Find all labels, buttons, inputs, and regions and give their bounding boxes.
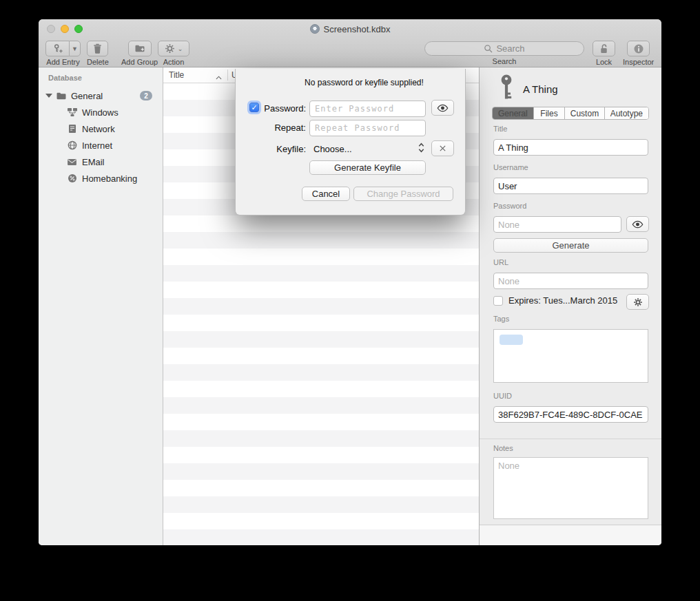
disclosure-triangle-icon[interactable] [45, 94, 52, 98]
expires-label: Expires: Tues...March 2015 [508, 295, 617, 306]
title-input[interactable] [493, 139, 648, 156]
tab-custom[interactable]: Custom [565, 107, 604, 119]
trash-icon [93, 43, 102, 54]
tags-field[interactable] [493, 329, 648, 383]
chevron-down-icon: ▼ [72, 45, 78, 52]
separator [480, 439, 661, 439]
username-input[interactable] [493, 178, 648, 194]
info-icon [633, 43, 644, 54]
search-placeholder: Search [496, 43, 524, 54]
url-label: URL [493, 258, 508, 266]
titlebar[interactable]: Screenshot.kdbx [39, 19, 661, 39]
tag-token[interactable] [500, 335, 523, 345]
inspector-tabs: General Files Custom Autotype [492, 107, 649, 120]
clear-keyfile-button[interactable] [431, 140, 454, 156]
url-input[interactable] [493, 273, 648, 289]
window-title: Screenshot.kdbx [324, 24, 391, 34]
username-label: Username [493, 163, 528, 171]
sidebar-item-internet[interactable]: Internet [39, 137, 163, 154]
cancel-button[interactable]: Cancel [302, 187, 350, 201]
search-label: Search [424, 57, 584, 65]
server-icon [66, 124, 78, 134]
dialog-repeat-input[interactable] [309, 120, 426, 136]
tab-general[interactable]: General [493, 107, 534, 119]
search-field[interactable]: Search [424, 41, 584, 56]
expires-settings-button[interactable] [626, 294, 649, 310]
lock-group: Lock [593, 41, 615, 66]
change-password-button[interactable]: Change Password [353, 187, 453, 201]
inspector-toggle-group: Inspector [623, 41, 654, 66]
sidebar-item-windows[interactable]: Windows [39, 104, 163, 120]
window-title-area: Screenshot.kdbx [39, 19, 661, 39]
inspector-footer [480, 525, 661, 545]
show-password-button[interactable] [626, 216, 649, 232]
sort-ascending-icon [216, 72, 222, 82]
entry-header: A Thing [500, 74, 558, 103]
sidebar-item-label: Internet [82, 140, 112, 151]
delete-label: Delete [87, 58, 109, 66]
uuid-input[interactable] [493, 406, 648, 423]
lock-label: Lock [593, 58, 615, 66]
action-group: ⌄ Action [158, 41, 189, 66]
add-entry-dropdown[interactable]: ▼ [69, 41, 81, 56]
expires-row: Expires: Tues...March 2015 [493, 295, 617, 306]
sidebar-section-header: Database [48, 74, 82, 82]
notes-label: Notes [493, 444, 513, 452]
generate-password-button[interactable]: Generate [493, 238, 648, 253]
action-label: Action [158, 58, 189, 66]
keyfile-popup[interactable]: Choose... [313, 144, 352, 154]
search-icon [484, 44, 493, 53]
inspector-panel: A Thing General Files Custom Autotype Ti… [479, 67, 661, 545]
sidebar-item-label: Windows [82, 107, 119, 118]
sidebar-item-label: Homebanking [82, 173, 137, 184]
window-chrome: Screenshot.kdbx ▼ Add Entry [39, 19, 661, 67]
add-entry-group: ▼ Add Entry [45, 41, 81, 66]
sidebar-item-general[interactable]: General 2 [39, 87, 163, 104]
gear-icon [165, 43, 175, 54]
dialog-password-input[interactable] [309, 101, 426, 117]
desktop-background: Screenshot.kdbx ▼ Add Entry [0, 0, 700, 601]
sidebar-item-label: Network [82, 124, 115, 134]
add-entry-label: Add Entry [45, 58, 81, 66]
tags-label: Tags [493, 315, 509, 323]
dialog-show-password-button[interactable] [431, 100, 454, 116]
dialog-warning-message: No password or keyfile supplied! [263, 78, 465, 87]
inspector-label: Inspector [623, 58, 654, 66]
lock-button[interactable] [593, 41, 615, 56]
tab-autotype[interactable]: Autotype [605, 107, 648, 119]
key-icon [500, 74, 514, 103]
uuid-label: UUID [493, 392, 512, 400]
generate-keyfile-button[interactable]: Generate Keyfile [309, 160, 426, 175]
stepper-icon[interactable] [418, 143, 424, 156]
sidebar-item-homebanking[interactable]: Homebanking [39, 170, 163, 187]
expires-checkbox[interactable] [493, 296, 503, 306]
key-plus-icon [52, 43, 63, 54]
sidebar-item-network[interactable]: Network [39, 120, 163, 137]
password-input[interactable] [493, 216, 621, 233]
toolbar: ▼ Add Entry Delete [39, 39, 661, 67]
delete-button[interactable] [87, 41, 108, 56]
sidebar-item-label: EMail [82, 157, 105, 167]
sidebar-item-email[interactable]: EMail [39, 154, 163, 170]
tab-files[interactable]: Files [534, 107, 566, 119]
password-label: Password [493, 202, 526, 210]
app-window: Screenshot.kdbx ▼ Add Entry [39, 19, 661, 545]
add-entry-button[interactable] [45, 41, 69, 56]
globe-icon [66, 140, 78, 150]
folder-icon [55, 92, 67, 101]
dialog-keyfile-label: Keyfile: [237, 144, 306, 154]
inspector-button[interactable] [627, 41, 650, 56]
dialog-repeat-label: Repeat: [237, 123, 306, 133]
chevron-down-icon: ⌄ [178, 45, 183, 52]
column-header-title[interactable]: Title [169, 70, 184, 80]
close-x-icon [439, 145, 446, 152]
add-group-button[interactable] [128, 41, 152, 56]
notes-textarea[interactable] [493, 457, 648, 519]
padlock-open-icon [599, 43, 609, 54]
action-button[interactable]: ⌄ [158, 41, 189, 56]
folder-plus-icon [134, 44, 145, 53]
column-divider[interactable] [227, 70, 228, 81]
title-label: Title [493, 125, 507, 133]
document-icon [310, 24, 320, 34]
eye-icon [436, 104, 449, 112]
